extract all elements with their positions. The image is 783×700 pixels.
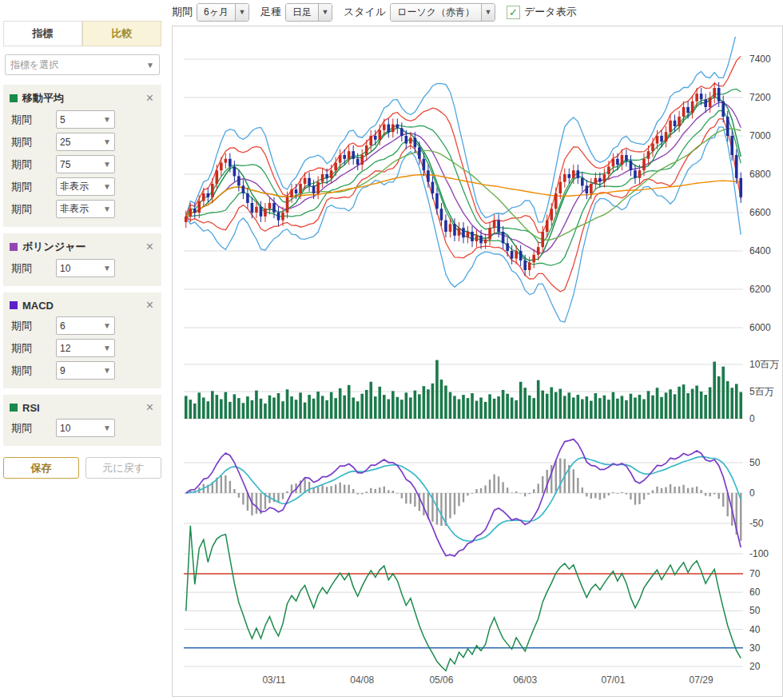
svg-text:0: 0 — [749, 413, 755, 424]
select-value: 75 — [60, 159, 70, 170]
tab-compare[interactable]: 比較 — [82, 21, 161, 46]
save-button[interactable]: 保存 — [3, 457, 79, 479]
sidebar-tabs: 指標 比較 — [3, 21, 161, 46]
svg-text:5百万: 5百万 — [749, 386, 774, 397]
style-select[interactable]: ローソク（赤青） ▼ — [390, 3, 495, 22]
indicator-panel-rsi: RSI × 期間 10▼ — [3, 395, 161, 446]
chevron-down-icon: ▼ — [103, 160, 111, 169]
period-label: 期間 — [11, 202, 56, 217]
panel-title: MACD — [22, 300, 145, 312]
ma-period-5-select[interactable]: 非表示▼ — [56, 200, 115, 218]
svg-text:-100: -100 — [749, 548, 769, 559]
svg-text:10百万: 10百万 — [749, 359, 779, 370]
macd-signal-select[interactable]: 9▼ — [56, 361, 115, 380]
moving-average-swatch — [10, 94, 18, 102]
chevron-down-icon: ▼ — [318, 4, 332, 21]
ma-period-3-select[interactable]: 75▼ — [56, 155, 115, 173]
bar-type-select[interactable]: 日足 ▼ — [285, 3, 332, 22]
indicator-select-placeholder: 指標を選択 — [10, 58, 58, 72]
chevron-down-icon: ▼ — [103, 321, 111, 330]
period-label: 期間 — [11, 180, 56, 194]
bollinger-swatch — [10, 243, 18, 251]
select-value: 5 — [60, 114, 66, 125]
data-display-label: データ表示 — [524, 5, 577, 19]
select-value: 25 — [60, 137, 70, 148]
svg-text:50: 50 — [749, 605, 761, 616]
period-label: 期間 — [11, 261, 56, 276]
style-label: スタイル — [344, 5, 386, 19]
chevron-down-icon: ▼ — [103, 366, 111, 375]
svg-text:20: 20 — [749, 661, 761, 672]
ma-period-2-select[interactable]: 25▼ — [56, 133, 115, 151]
close-icon[interactable]: × — [145, 401, 155, 414]
close-icon[interactable]: × — [145, 299, 155, 312]
period-select[interactable]: 6ヶ月 ▼ — [197, 3, 249, 22]
svg-text:60: 60 — [749, 587, 761, 598]
chevron-down-icon: ▼ — [146, 61, 154, 70]
tab-indicators[interactable]: 指標 — [3, 21, 82, 46]
indicator-panel-bollinger: ボリンジャー × 期間 10▼ — [3, 233, 161, 286]
period-label: 期間 — [11, 421, 56, 436]
svg-text:50: 50 — [749, 457, 761, 468]
svg-text:07/01: 07/01 — [601, 674, 625, 686]
svg-text:70: 70 — [749, 568, 761, 579]
panel-title: 移動平均 — [22, 91, 145, 105]
svg-text:6200: 6200 — [749, 284, 771, 295]
check-icon: ✓ — [509, 7, 518, 18]
close-icon[interactable]: × — [145, 92, 155, 105]
chevron-down-icon: ▼ — [103, 264, 111, 272]
ma-period-1-select[interactable]: 5▼ — [56, 110, 115, 129]
stock-chart-svg[interactable]: 7400720070006800660064006200600010百万5百万0… — [173, 26, 781, 694]
ma-period-4-select[interactable]: 非表示▼ — [56, 177, 115, 196]
svg-text:07/29: 07/29 — [690, 674, 713, 686]
chevron-down-icon: ▼ — [103, 344, 111, 352]
select-value: 非表示 — [60, 202, 89, 216]
svg-text:40: 40 — [749, 624, 761, 635]
chevron-down-icon: ▼ — [235, 4, 248, 21]
svg-text:6600: 6600 — [749, 207, 771, 218]
select-value: 10 — [60, 263, 70, 274]
chart-card: 7400720070006800660064006200600010百万5百万0… — [172, 26, 783, 697]
chart-toolbar: 期間 6ヶ月 ▼ 足種 日足 ▼ スタイル ローソク（赤青） ▼ ✓ データ表示 — [172, 0, 581, 24]
select-value: 12 — [60, 343, 70, 354]
chevron-down-icon: ▼ — [103, 115, 111, 124]
period-label: 期間 — [172, 5, 193, 19]
chevron-down-icon: ▼ — [481, 4, 495, 21]
period-select-value: 6ヶ月 — [197, 4, 235, 21]
svg-text:7400: 7400 — [749, 54, 771, 65]
select-value: 9 — [60, 365, 66, 376]
chevron-down-icon: ▼ — [103, 182, 111, 191]
svg-text:0: 0 — [749, 487, 755, 499]
period-label: 期間 — [11, 341, 56, 356]
indicator-select[interactable]: 指標を選択 ▼ — [5, 54, 160, 75]
rsi-period-select[interactable]: 10▼ — [56, 419, 115, 437]
reset-button[interactable]: 元に戻す — [85, 457, 161, 479]
macd-slow-select[interactable]: 12▼ — [56, 339, 115, 357]
bollinger-period-select[interactable]: 10▼ — [56, 259, 115, 277]
svg-text:6000: 6000 — [749, 322, 771, 333]
bar-type-select-value: 日足 — [286, 4, 318, 21]
panel-title: ボリンジャー — [22, 240, 145, 254]
indicator-panel-macd: MACD × 期間 6▼ 期間 12▼ 期間 9▼ — [3, 292, 161, 388]
period-label: 期間 — [11, 135, 56, 149]
chevron-down-icon: ▼ — [103, 205, 111, 213]
svg-text:6400: 6400 — [749, 245, 771, 257]
svg-text:-50: -50 — [749, 518, 764, 529]
close-icon[interactable]: × — [145, 241, 155, 253]
style-select-value: ローソク（赤青） — [391, 4, 481, 21]
bar-type-label: 足種 — [260, 5, 281, 19]
period-label: 期間 — [11, 157, 56, 172]
svg-text:6800: 6800 — [749, 169, 771, 180]
svg-text:7000: 7000 — [749, 130, 771, 141]
select-value: 6 — [60, 320, 66, 332]
macd-fast-select[interactable]: 6▼ — [56, 316, 115, 335]
data-display-checkbox[interactable]: ✓ — [507, 6, 520, 19]
svg-text:30: 30 — [749, 642, 761, 654]
panel-title: RSI — [22, 402, 145, 414]
svg-text:03/11: 03/11 — [262, 674, 285, 686]
select-value: 10 — [60, 423, 70, 434]
chevron-down-icon: ▼ — [103, 424, 111, 432]
indicator-sidebar: 指標 比較 指標を選択 ▼ 移動平均 × 期間 5▼ 期間 25▼ 期間 75▼… — [0, 21, 165, 479]
svg-text:7200: 7200 — [749, 92, 771, 103]
period-label: 期間 — [11, 113, 56, 127]
